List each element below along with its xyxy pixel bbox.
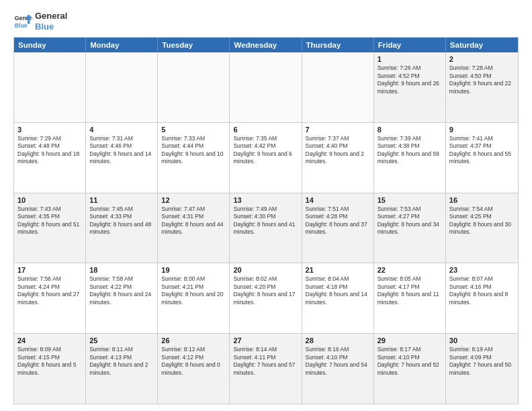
calendar-cell: 27Sunrise: 8:14 AM Sunset: 4:11 PM Dayli… xyxy=(230,334,302,404)
day-number: 11 xyxy=(89,196,154,204)
calendar-cell: 12Sunrise: 7:47 AM Sunset: 4:31 PM Dayli… xyxy=(158,193,230,263)
cell-info: Sunrise: 8:04 AM Sunset: 4:18 PM Dayligh… xyxy=(306,275,370,306)
calendar-cell: 30Sunrise: 8:19 AM Sunset: 4:09 PM Dayli… xyxy=(446,334,518,404)
day-number: 13 xyxy=(233,196,298,204)
logo-icon: General Blue xyxy=(13,12,32,31)
cell-info: Sunrise: 8:05 AM Sunset: 4:17 PM Dayligh… xyxy=(378,275,442,306)
calendar-cell: 4Sunrise: 7:31 AM Sunset: 4:46 PM Daylig… xyxy=(86,123,158,193)
calendar-header-cell: Tuesday xyxy=(158,38,230,52)
calendar-cell: 5Sunrise: 7:33 AM Sunset: 4:44 PM Daylig… xyxy=(158,123,230,193)
day-number: 10 xyxy=(17,196,82,204)
day-number: 3 xyxy=(17,126,82,134)
day-number: 14 xyxy=(306,196,370,204)
logo-text: General Blue xyxy=(35,11,67,32)
cell-info: Sunrise: 8:09 AM Sunset: 4:15 PM Dayligh… xyxy=(17,346,82,377)
cell-info: Sunrise: 7:51 AM Sunset: 4:28 PM Dayligh… xyxy=(306,205,370,236)
calendar: SundayMondayTuesdayWednesdayThursdayFrid… xyxy=(13,37,519,404)
calendar-cell: 23Sunrise: 8:07 AM Sunset: 4:16 PM Dayli… xyxy=(446,263,518,333)
calendar-cell: 15Sunrise: 7:53 AM Sunset: 4:27 PM Dayli… xyxy=(374,193,446,263)
calendar-header-cell: Monday xyxy=(86,38,158,52)
day-number: 16 xyxy=(449,196,515,204)
day-number: 30 xyxy=(449,336,515,345)
cell-info: Sunrise: 8:02 AM Sunset: 4:20 PM Dayligh… xyxy=(233,275,298,306)
calendar-cell: 7Sunrise: 7:37 AM Sunset: 4:40 PM Daylig… xyxy=(302,123,374,193)
calendar-cell: 14Sunrise: 7:51 AM Sunset: 4:28 PM Dayli… xyxy=(302,193,374,263)
calendar-cell: 20Sunrise: 8:02 AM Sunset: 4:20 PM Dayli… xyxy=(230,263,302,333)
cell-info: Sunrise: 7:43 AM Sunset: 4:35 PM Dayligh… xyxy=(17,205,82,236)
cell-info: Sunrise: 7:29 AM Sunset: 4:48 PM Dayligh… xyxy=(17,135,82,166)
calendar-cell xyxy=(14,52,86,122)
cell-info: Sunrise: 7:37 AM Sunset: 4:40 PM Dayligh… xyxy=(306,135,370,166)
day-number: 24 xyxy=(17,336,82,345)
day-number: 28 xyxy=(306,336,370,345)
cell-info: Sunrise: 7:56 AM Sunset: 4:24 PM Dayligh… xyxy=(17,275,82,306)
day-number: 9 xyxy=(449,126,515,134)
calendar-week-row: 24Sunrise: 8:09 AM Sunset: 4:15 PM Dayli… xyxy=(14,333,518,404)
calendar-header-cell: Wednesday xyxy=(230,38,302,52)
day-number: 20 xyxy=(233,266,298,274)
day-number: 5 xyxy=(161,126,226,134)
cell-info: Sunrise: 8:17 AM Sunset: 4:10 PM Dayligh… xyxy=(378,346,442,377)
calendar-cell xyxy=(230,52,302,122)
day-number: 26 xyxy=(161,336,226,345)
cell-info: Sunrise: 8:07 AM Sunset: 4:16 PM Dayligh… xyxy=(449,275,515,306)
calendar-cell xyxy=(158,52,230,122)
cell-info: Sunrise: 7:47 AM Sunset: 4:31 PM Dayligh… xyxy=(161,205,226,236)
calendar-cell: 21Sunrise: 8:04 AM Sunset: 4:18 PM Dayli… xyxy=(302,263,374,333)
cell-info: Sunrise: 7:53 AM Sunset: 4:27 PM Dayligh… xyxy=(378,205,442,236)
day-number: 4 xyxy=(89,126,154,134)
calendar-cell: 18Sunrise: 7:58 AM Sunset: 4:22 PM Dayli… xyxy=(86,263,158,333)
day-number: 18 xyxy=(89,266,154,274)
day-number: 29 xyxy=(378,336,442,345)
day-number: 1 xyxy=(378,55,442,63)
svg-text:Blue: Blue xyxy=(15,21,28,28)
day-number: 25 xyxy=(89,336,154,345)
header: General Blue General Blue xyxy=(13,11,519,32)
calendar-cell: 9Sunrise: 7:41 AM Sunset: 4:37 PM Daylig… xyxy=(446,123,518,193)
cell-info: Sunrise: 7:39 AM Sunset: 4:38 PM Dayligh… xyxy=(378,135,442,166)
day-number: 7 xyxy=(306,126,370,134)
calendar-cell xyxy=(302,52,374,122)
calendar-week-row: 17Sunrise: 7:56 AM Sunset: 4:24 PM Dayli… xyxy=(14,263,518,333)
day-number: 17 xyxy=(17,266,82,274)
calendar-week-row: 1Sunrise: 7:26 AM Sunset: 4:52 PM Daylig… xyxy=(14,52,518,122)
calendar-body: 1Sunrise: 7:26 AM Sunset: 4:52 PM Daylig… xyxy=(14,52,518,404)
day-number: 19 xyxy=(161,266,226,274)
calendar-week-row: 10Sunrise: 7:43 AM Sunset: 4:35 PM Dayli… xyxy=(14,193,518,263)
calendar-cell: 16Sunrise: 7:54 AM Sunset: 4:25 PM Dayli… xyxy=(446,193,518,263)
calendar-cell: 28Sunrise: 8:16 AM Sunset: 4:10 PM Dayli… xyxy=(302,334,374,404)
cell-info: Sunrise: 8:14 AM Sunset: 4:11 PM Dayligh… xyxy=(233,346,298,377)
cell-info: Sunrise: 8:11 AM Sunset: 4:13 PM Dayligh… xyxy=(89,346,154,377)
calendar-header-cell: Sunday xyxy=(14,38,86,52)
cell-info: Sunrise: 8:00 AM Sunset: 4:21 PM Dayligh… xyxy=(161,275,226,306)
calendar-header-cell: Thursday xyxy=(302,38,374,52)
cell-info: Sunrise: 8:12 AM Sunset: 4:12 PM Dayligh… xyxy=(161,346,226,377)
calendar-cell: 13Sunrise: 7:49 AM Sunset: 4:30 PM Dayli… xyxy=(230,193,302,263)
cell-info: Sunrise: 7:28 AM Sunset: 4:50 PM Dayligh… xyxy=(449,64,515,95)
cell-info: Sunrise: 7:35 AM Sunset: 4:42 PM Dayligh… xyxy=(233,135,298,166)
calendar-cell: 24Sunrise: 8:09 AM Sunset: 4:15 PM Dayli… xyxy=(14,334,86,404)
calendar-cell: 10Sunrise: 7:43 AM Sunset: 4:35 PM Dayli… xyxy=(14,193,86,263)
calendar-cell: 1Sunrise: 7:26 AM Sunset: 4:52 PM Daylig… xyxy=(374,52,446,122)
day-number: 6 xyxy=(233,126,298,134)
calendar-cell: 8Sunrise: 7:39 AM Sunset: 4:38 PM Daylig… xyxy=(374,123,446,193)
day-number: 21 xyxy=(306,266,370,274)
calendar-cell: 25Sunrise: 8:11 AM Sunset: 4:13 PM Dayli… xyxy=(86,334,158,404)
calendar-cell xyxy=(86,52,158,122)
day-number: 27 xyxy=(233,336,298,345)
cell-info: Sunrise: 7:49 AM Sunset: 4:30 PM Dayligh… xyxy=(233,205,298,236)
calendar-cell: 3Sunrise: 7:29 AM Sunset: 4:48 PM Daylig… xyxy=(14,123,86,193)
calendar-header-row: SundayMondayTuesdayWednesdayThursdayFrid… xyxy=(14,38,518,52)
day-number: 23 xyxy=(449,266,515,274)
calendar-cell: 22Sunrise: 8:05 AM Sunset: 4:17 PM Dayli… xyxy=(374,263,446,333)
cell-info: Sunrise: 7:45 AM Sunset: 4:33 PM Dayligh… xyxy=(89,205,154,236)
cell-info: Sunrise: 7:58 AM Sunset: 4:22 PM Dayligh… xyxy=(89,275,154,306)
calendar-cell: 11Sunrise: 7:45 AM Sunset: 4:33 PM Dayli… xyxy=(86,193,158,263)
calendar-cell: 17Sunrise: 7:56 AM Sunset: 4:24 PM Dayli… xyxy=(14,263,86,333)
calendar-header-cell: Saturday xyxy=(446,38,518,52)
calendar-cell: 19Sunrise: 8:00 AM Sunset: 4:21 PM Dayli… xyxy=(158,263,230,333)
calendar-week-row: 3Sunrise: 7:29 AM Sunset: 4:48 PM Daylig… xyxy=(14,122,518,193)
day-number: 22 xyxy=(378,266,442,274)
day-number: 8 xyxy=(378,126,442,134)
cell-info: Sunrise: 7:54 AM Sunset: 4:25 PM Dayligh… xyxy=(449,205,515,236)
